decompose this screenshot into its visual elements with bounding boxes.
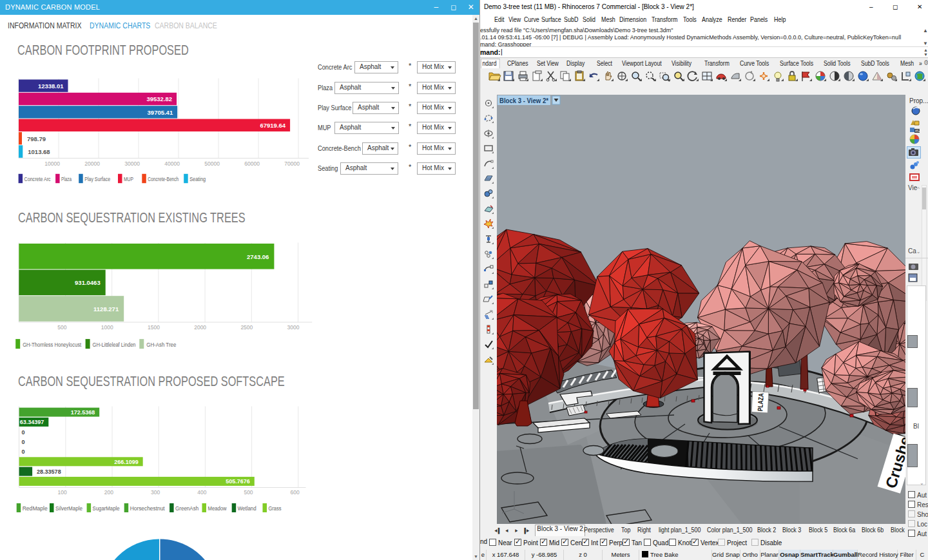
svg-text:GH-Littleleaf Linden: GH-Littleleaf Linden [93, 342, 136, 348]
svg-text:798.79: 798.79 [27, 135, 46, 142]
svg-text:63.34397: 63.34397 [20, 419, 44, 425]
svg-text:SilverMaple: SilverMaple [55, 505, 82, 512]
svg-text:2743.06: 2743.06 [247, 253, 269, 260]
svg-text:500: 500 [244, 489, 253, 496]
svg-text:Concrete-Bench: Concrete-Bench [148, 176, 179, 182]
svg-text:20000: 20000 [84, 160, 100, 167]
svg-text:852: 852 [915, 129, 920, 133]
svg-text:2000: 2000 [194, 324, 206, 331]
svg-text:100: 100 [58, 489, 67, 496]
svg-text:2500: 2500 [240, 324, 253, 331]
svg-text:1013.68: 1013.68 [28, 148, 50, 155]
svg-text:Concrete Arc: Concrete Arc [24, 176, 52, 182]
svg-text:1000: 1000 [101, 324, 113, 331]
svg-text:Grass: Grass [269, 505, 282, 512]
svg-text:0: 0 [22, 439, 25, 445]
svg-text:40000: 40000 [164, 160, 180, 167]
svg-text:GH-Ash Tree: GH-Ash Tree [146, 342, 176, 348]
svg-text:Horsechestnut: Horsechestnut [130, 505, 166, 512]
svg-text:GH-Thornless Honeylocust: GH-Thornless Honeylocust [23, 342, 82, 348]
svg-text:GreenAsh: GreenAsh [175, 505, 198, 512]
svg-text:500: 500 [57, 324, 66, 331]
svg-text:505.7676: 505.7676 [226, 478, 250, 485]
svg-text:0: 0 [22, 429, 25, 436]
svg-text:67919.64: 67919.64 [260, 122, 285, 129]
svg-text:931.0463: 931.0463 [75, 279, 101, 286]
svg-text:Seating: Seating [189, 176, 206, 182]
svg-text:RedMaple: RedMaple [23, 505, 48, 512]
svg-text:600: 600 [291, 489, 300, 496]
svg-text:300: 300 [151, 489, 160, 496]
svg-text:PLAZA: PLAZA [756, 393, 764, 412]
svg-text:266.1099: 266.1099 [114, 459, 139, 465]
svg-text:0: 0 [22, 449, 25, 455]
svg-text:10000: 10000 [44, 160, 60, 167]
svg-text:400: 400 [197, 489, 206, 496]
svg-text:172.5368: 172.5368 [71, 409, 95, 416]
svg-text:1500: 1500 [148, 324, 160, 331]
svg-text:50000: 50000 [204, 160, 220, 167]
svg-text:MUP: MUP [124, 176, 133, 182]
svg-text:12338.01: 12338.01 [38, 82, 64, 90]
svg-text:Wetland: Wetland [238, 505, 256, 512]
svg-text:3000: 3000 [287, 324, 300, 331]
svg-text:70000: 70000 [284, 160, 300, 167]
svg-text:Block 3 - View 2*: Block 3 - View 2* [499, 97, 549, 104]
svg-text:39705.41: 39705.41 [148, 109, 173, 116]
svg-text:200: 200 [104, 489, 113, 496]
svg-text:60000: 60000 [244, 160, 260, 167]
svg-text:Plaza: Plaza [61, 176, 72, 182]
svg-text:Meadow: Meadow [208, 505, 227, 512]
svg-text:28.33578: 28.33578 [37, 468, 61, 475]
svg-text:1128.271: 1128.271 [93, 305, 119, 313]
svg-text:Play Surface: Play Surface [84, 176, 110, 182]
svg-text:39532.82: 39532.82 [146, 95, 172, 102]
svg-text:30000: 30000 [124, 160, 140, 167]
svg-text:SugarMaple: SugarMaple [93, 505, 120, 512]
